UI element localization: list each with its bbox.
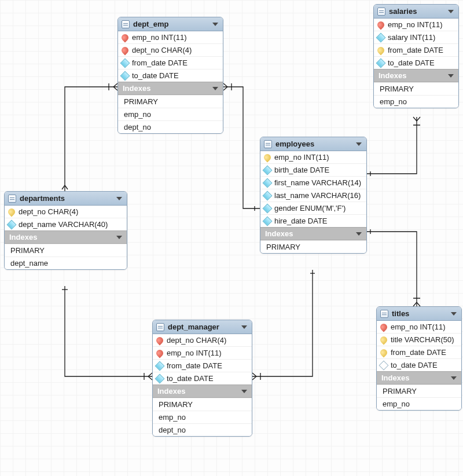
- table-dept-manager[interactable]: dept_managerdept_no CHAR(4)emp_no INT(11…: [152, 320, 252, 437]
- chevron-down-icon[interactable]: [356, 232, 362, 236]
- chevron-down-icon[interactable]: [451, 376, 457, 380]
- index-row[interactable]: PRIMARY: [5, 244, 127, 257]
- index-row[interactable]: dept_no: [118, 120, 223, 133]
- chevron-down-icon[interactable]: [212, 87, 218, 90]
- indexes-header[interactable]: Indexes: [153, 385, 252, 398]
- column-row[interactable]: from_date DATE: [377, 346, 461, 358]
- column-row[interactable]: from_date DATE: [153, 359, 252, 372]
- indexes-header[interactable]: Indexes: [118, 82, 223, 95]
- column-row[interactable]: to_date DATE: [377, 358, 461, 371]
- table-departments[interactable]: departmentsdept_no CHAR(4)dept_name VARC…: [4, 191, 127, 270]
- table-icon: [122, 20, 130, 28]
- column-row[interactable]: emp_no INT(11): [153, 346, 252, 359]
- column-row[interactable]: to_date DATE: [153, 372, 252, 385]
- column-text: from_date DATE: [167, 361, 222, 370]
- table-header[interactable]: departments: [5, 192, 127, 206]
- column-text: to_date DATE: [167, 374, 214, 383]
- table-titles[interactable]: titlesemp_no INT(11)title VARCHAR(50)fro…: [376, 306, 462, 411]
- column-row[interactable]: last_name VARCHAR(16): [260, 189, 366, 202]
- chevron-down-icon[interactable]: [448, 10, 454, 13]
- key-icon: [379, 322, 389, 332]
- table-dept-emp[interactable]: dept_empemp_no INT(11)dept_no CHAR(4)fro…: [117, 17, 223, 134]
- column-row[interactable]: salary INT(11): [374, 31, 458, 43]
- column-row[interactable]: first_name VARCHAR(14): [260, 176, 366, 189]
- index-row[interactable]: emp_no: [118, 108, 223, 120]
- column-text: first_name VARCHAR(14): [274, 178, 361, 187]
- table-icon: [8, 195, 16, 203]
- table-header[interactable]: employees: [260, 137, 366, 151]
- index-row[interactable]: emp_no: [377, 397, 461, 410]
- column-row[interactable]: dept_name VARCHAR(40): [5, 218, 127, 230]
- column-row[interactable]: to_date DATE: [374, 56, 458, 69]
- chevron-down-icon[interactable]: [241, 390, 247, 393]
- index-row[interactable]: PRIMARY: [260, 240, 366, 253]
- column-row[interactable]: dept_no CHAR(4): [153, 334, 252, 346]
- diamond-icon: [7, 219, 17, 229]
- index-row[interactable]: dept_name: [5, 257, 127, 269]
- key-icon: [379, 347, 389, 357]
- diamond-icon: [376, 58, 386, 68]
- column-text: from_date DATE: [388, 46, 443, 54]
- column-row[interactable]: hire_date DATE: [260, 214, 366, 227]
- column-text: dept_name VARCHAR(40): [19, 220, 108, 229]
- indexes-header[interactable]: Indexes: [377, 371, 461, 385]
- table-employees[interactable]: employeesemp_no INT(11)birth_date DATEfi…: [260, 137, 367, 254]
- chevron-down-icon[interactable]: [451, 312, 457, 316]
- indexes-label: Indexes: [265, 229, 356, 238]
- column-text: gender ENUM('M','F'): [274, 204, 346, 213]
- column-row[interactable]: emp_no INT(11): [118, 31, 223, 43]
- diamond-icon: [376, 32, 386, 42]
- index-row[interactable]: emp_no: [153, 411, 252, 423]
- column-row[interactable]: to_date DATE: [118, 69, 223, 82]
- indexes-header[interactable]: Indexes: [5, 230, 127, 244]
- column-row[interactable]: from_date DATE: [118, 56, 223, 69]
- column-row[interactable]: dept_no CHAR(4): [118, 43, 223, 56]
- chevron-down-icon[interactable]: [241, 325, 247, 329]
- indexes-header[interactable]: Indexes: [374, 69, 458, 82]
- column-text: dept_no CHAR(4): [167, 336, 226, 345]
- table-header[interactable]: dept_emp: [118, 17, 223, 31]
- column-row[interactable]: emp_no INT(11): [260, 151, 366, 163]
- table-icon: [156, 323, 164, 331]
- indexes-label: Indexes: [381, 374, 451, 382]
- column-text: emp_no INT(11): [167, 349, 222, 357]
- index-row[interactable]: dept_no: [153, 423, 252, 436]
- column-row[interactable]: emp_no INT(11): [374, 19, 458, 31]
- index-row[interactable]: emp_no: [374, 95, 458, 108]
- index-row[interactable]: PRIMARY: [153, 398, 252, 411]
- table-salaries[interactable]: salariesemp_no INT(11)salary INT(11)from…: [373, 4, 459, 108]
- column-text: emp_no INT(11): [274, 153, 329, 162]
- table-header[interactable]: titles: [377, 307, 461, 321]
- column-text: from_date DATE: [132, 58, 188, 67]
- key-icon: [155, 335, 165, 345]
- table-title: dept_emp: [133, 20, 212, 28]
- table-title: dept_manager: [168, 323, 241, 331]
- chevron-down-icon[interactable]: [212, 23, 218, 26]
- index-row[interactable]: PRIMARY: [377, 385, 461, 397]
- column-row[interactable]: from_date DATE: [374, 43, 458, 56]
- index-row[interactable]: PRIMARY: [118, 95, 223, 108]
- table-header[interactable]: dept_manager: [153, 320, 252, 334]
- table-header[interactable]: salaries: [374, 5, 458, 19]
- chevron-down-icon[interactable]: [448, 74, 454, 78]
- column-text: dept_no CHAR(4): [132, 46, 192, 54]
- column-row[interactable]: birth_date DATE: [260, 163, 366, 176]
- column-text: salary INT(11): [388, 33, 435, 42]
- index-row[interactable]: PRIMARY: [374, 82, 458, 95]
- table-title: employees: [275, 140, 356, 148]
- chevron-down-icon[interactable]: [116, 236, 122, 239]
- column-row[interactable]: dept_no CHAR(4): [5, 206, 127, 218]
- column-row[interactable]: emp_no INT(11): [377, 321, 461, 333]
- diamond-icon: [263, 165, 273, 175]
- column-row[interactable]: gender ENUM('M','F'): [260, 202, 366, 214]
- table-title: titles: [392, 309, 451, 318]
- column-row[interactable]: title VARCHAR(50): [377, 333, 461, 346]
- column-text: to_date DATE: [132, 71, 179, 80]
- indexes-header[interactable]: Indexes: [260, 227, 366, 240]
- column-text: birth_date DATE: [274, 166, 329, 174]
- key-icon: [120, 32, 130, 42]
- chevron-down-icon[interactable]: [356, 142, 362, 146]
- key-icon: [376, 45, 386, 55]
- chevron-down-icon[interactable]: [116, 197, 122, 200]
- key-icon: [376, 20, 386, 30]
